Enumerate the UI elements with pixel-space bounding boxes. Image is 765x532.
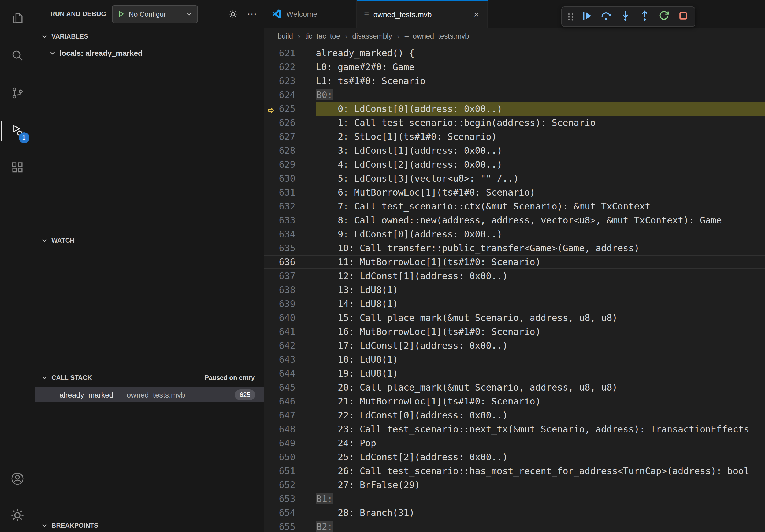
gutter[interactable]: 645: [264, 381, 296, 394]
code-line[interactable]: 655 B2:: [264, 520, 765, 532]
gutter[interactable]: 621: [264, 46, 296, 60]
code-line[interactable]: 643 18: LdU8(1): [264, 353, 765, 367]
gutter[interactable]: 640: [264, 311, 296, 325]
gutter[interactable]: 624: [264, 88, 296, 102]
code-line[interactable]: 630 5: LdConst[3](vector<u8>: "" /..): [264, 171, 765, 185]
gutter[interactable]: 643: [264, 353, 296, 367]
gutter[interactable]: 632: [264, 199, 296, 213]
code-line[interactable]: 641 16: MutBorrowLoc[1](ts#1#0: Scenario…: [264, 325, 765, 339]
code-line[interactable]: 653 B1:: [264, 492, 765, 506]
close-icon[interactable]: ✕: [472, 9, 480, 20]
breakpoints-section-header[interactable]: BREAKPOINTS: [35, 518, 264, 532]
code-line[interactable]: 623 L1: ts#1#0: Scenario: [264, 74, 765, 88]
code-line[interactable]: 650 25: LdConst[2](address: 0x00..): [264, 450, 765, 464]
toolbar-gripper-icon[interactable]: [564, 8, 577, 26]
gutter[interactable]: 639: [264, 297, 296, 311]
code-line[interactable]: 635 10: Call transfer::public_transfer<G…: [264, 241, 765, 255]
gutter[interactable]: 625: [264, 102, 296, 116]
gutter[interactable]: 655: [264, 520, 296, 532]
gutter[interactable]: 636: [264, 255, 296, 269]
gutter[interactable]: 623: [264, 74, 296, 88]
code-line[interactable]: 628 3: LdConst[1](address: 0x00..): [264, 143, 765, 157]
code-line[interactable]: 642 17: LdConst[2](address: 0x00..): [264, 339, 765, 353]
debug-settings-gear-icon[interactable]: [228, 9, 238, 19]
breadcrumb-item-build[interactable]: build: [278, 32, 293, 40]
gutter[interactable]: 648: [264, 422, 296, 436]
code-line[interactable]: 652 27: BrFalse(29): [264, 478, 765, 492]
code-line[interactable]: 629 4: LdConst[2](address: 0x00..): [264, 157, 765, 171]
gutter[interactable]: 638: [264, 283, 296, 297]
activity-item-account[interactable]: [5, 467, 30, 492]
gutter[interactable]: 631: [264, 185, 296, 199]
code-line[interactable]: 649 24: Pop: [264, 436, 765, 450]
gutter[interactable]: 649: [264, 436, 296, 450]
code-line[interactable]: 640 15: Call place_mark(&mut Scenario, a…: [264, 311, 765, 325]
more-actions-icon[interactable]: ⋯: [247, 11, 257, 17]
gutter[interactable]: 646: [264, 394, 296, 408]
launch-config-dropdown[interactable]: No Configur: [112, 5, 198, 23]
code-line[interactable]: 636 11: MutBorrowLoc[1](ts#1#0: Scenario…: [264, 255, 765, 269]
activity-item-settings[interactable]: [5, 503, 30, 529]
start-debug-play-icon[interactable]: [117, 10, 125, 18]
tab-welcome[interactable]: Welcome: [264, 0, 357, 28]
activity-item-run-and-debug[interactable]: 1: [5, 119, 30, 144]
gutter[interactable]: 642: [264, 339, 296, 353]
step-out-button[interactable]: [635, 8, 654, 26]
code-line[interactable]: 622 L0: game#2#0: Game: [264, 60, 765, 74]
variables-section-header[interactable]: VARIABLES: [35, 29, 264, 44]
continue-button[interactable]: [577, 8, 596, 26]
gutter[interactable]: 628: [264, 143, 296, 157]
breadcrumb-item-file[interactable]: owned_tests.mvb: [413, 32, 469, 40]
gutter[interactable]: 635: [264, 241, 296, 255]
code-line[interactable]: 637 12: LdConst[1](address: 0x00..): [264, 269, 765, 283]
gutter[interactable]: 626: [264, 116, 296, 130]
code-line[interactable]: 639 14: LdU8(1): [264, 297, 765, 311]
activity-item-explorer[interactable]: [5, 6, 30, 32]
code-line[interactable]: 644 19: LdU8(1): [264, 367, 765, 381]
code-line[interactable]: 647 22: LdConst[0](address: 0x00..): [264, 408, 765, 422]
code-line[interactable]: 654 28: Branch(31): [264, 506, 765, 520]
restart-button[interactable]: [654, 8, 673, 26]
code-line[interactable]: 626 1: Call test_scenario::begin(address…: [264, 116, 765, 130]
gutter[interactable]: 651: [264, 464, 296, 478]
code-line[interactable]: 645 20: Call place_mark(&mut Scenario, a…: [264, 381, 765, 394]
step-into-button[interactable]: [615, 8, 635, 26]
code-line[interactable]: 646 21: MutBorrowLoc[1](ts#1#0: Scenario…: [264, 394, 765, 408]
gutter[interactable]: 633: [264, 213, 296, 227]
gutter[interactable]: 637: [264, 269, 296, 283]
variables-scope-row[interactable]: locals: already_marked: [35, 45, 264, 61]
activity-item-extensions[interactable]: [5, 156, 30, 182]
call-stack-frame-row[interactable]: already_marked owned_tests.mvb 625: [35, 387, 264, 402]
gutter[interactable]: 653: [264, 492, 296, 506]
gutter[interactable]: 650: [264, 450, 296, 464]
gutter[interactable]: 630: [264, 171, 296, 185]
code-line[interactable]: 651 26: Call test_scenario::has_most_rec…: [264, 464, 765, 478]
gutter[interactable]: 629: [264, 157, 296, 171]
code-line[interactable]: 633 8: Call owned::new(address, address,…: [264, 213, 765, 227]
activity-item-search[interactable]: [5, 43, 30, 69]
code-line[interactable]: 625 0: LdConst[0](address: 0x00..): [264, 102, 765, 116]
code-line[interactable]: 632 7: Call test_scenario::ctx(&mut Scen…: [264, 199, 765, 213]
gutter[interactable]: 641: [264, 325, 296, 339]
breadcrumb-item-tic-tac-toe[interactable]: tic_tac_toe: [305, 32, 340, 40]
code-line[interactable]: 631 6: MutBorrowLoc[1](ts#1#0: Scenario): [264, 185, 765, 199]
breadcrumb-item-disassembly[interactable]: disassembly: [352, 32, 392, 40]
stop-button[interactable]: [673, 8, 693, 26]
gutter[interactable]: 652: [264, 478, 296, 492]
code-line[interactable]: 634 9: LdConst[0](address: 0x00..): [264, 227, 765, 241]
code-line[interactable]: 648 23: Call test_scenario::next_tx(&mut…: [264, 422, 765, 436]
gutter[interactable]: 647: [264, 408, 296, 422]
gutter[interactable]: 654: [264, 506, 296, 520]
gutter[interactable]: 622: [264, 60, 296, 74]
code-line[interactable]: 621 already_marked() {: [264, 46, 765, 60]
call-stack-section-header[interactable]: CALL STACK Paused on entry: [35, 370, 264, 385]
gutter[interactable]: 634: [264, 227, 296, 241]
gutter[interactable]: 627: [264, 130, 296, 143]
code-line[interactable]: 624 B0:: [264, 88, 765, 102]
gutter[interactable]: 644: [264, 367, 296, 381]
code-line[interactable]: 627 2: StLoc[1](ts#1#0: Scenario): [264, 130, 765, 143]
activity-item-source-control[interactable]: [5, 81, 30, 107]
code-line[interactable]: 638 13: LdU8(1): [264, 283, 765, 297]
step-over-button[interactable]: [596, 8, 615, 26]
tab-owned-tests[interactable]: ≡ owned_tests.mvb ✕: [357, 0, 488, 28]
